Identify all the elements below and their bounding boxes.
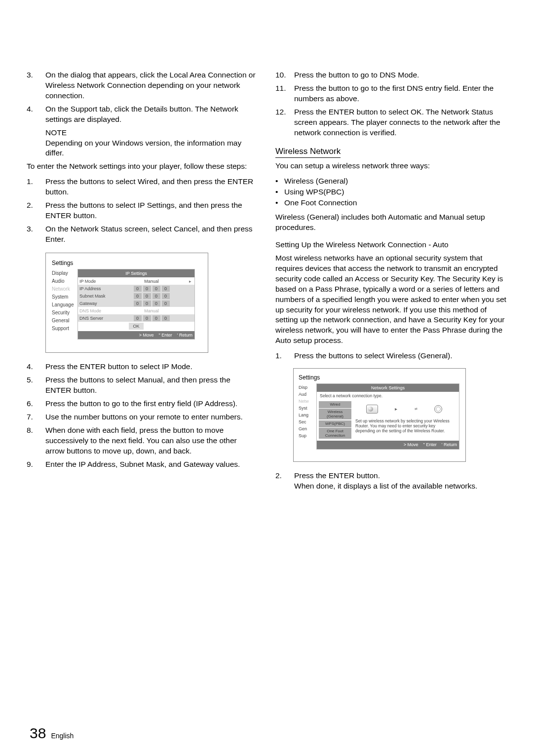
step-text: Press the ENTER button. When done, it di… (294, 471, 506, 491)
sidebar-item: Network (52, 286, 77, 292)
option-wireless[interactable]: Wireless (General) (319, 409, 351, 419)
wifi-icon (434, 405, 442, 413)
left-column: 3.On the dialog that appears, click the … (27, 69, 258, 494)
step-text: Use the number buttons on your remote to… (45, 412, 258, 422)
wireless-intro: You can setup a wireless network three w… (275, 161, 506, 171)
router-icon (366, 405, 378, 414)
option-wired[interactable]: Wired (319, 401, 351, 408)
step-text: Press the button to go to DNS Mode. (294, 70, 506, 80)
step-text: On the Support tab, click the Details bu… (45, 104, 258, 125)
list-number: 3. (27, 224, 45, 245)
intro-text: To enter the Network settings into your … (27, 161, 258, 172)
paragraph: Most wireless networks have an optional … (275, 253, 506, 346)
sidebar-item: Aud (299, 391, 316, 397)
panel-footer: > Move " Enter ' Return (78, 331, 194, 339)
step-text: On the dialog that appears, click the Lo… (45, 70, 258, 101)
note-text: Depending on your Windows version, the i… (45, 138, 258, 159)
list-number: 5. (27, 375, 45, 396)
step-text: Press the ENTER button to select OK. The… (294, 107, 506, 138)
row-label: IP Address (79, 286, 114, 292)
section-heading: Wireless Network (275, 146, 341, 158)
sidebar-item: Netw (299, 398, 316, 404)
step-text: Press the buttons to select Wired, and t… (45, 177, 258, 197)
move-label: ⇄ (415, 407, 418, 411)
panel-header: IP Settings (78, 269, 194, 277)
ip-segments: 0 0 0 0 (114, 301, 189, 306)
chevron-right-icon: ▸ (189, 278, 193, 284)
step-text: Press the buttons to select IP Settings,… (45, 200, 258, 221)
ip-segments: 0 0 0 0 (114, 293, 189, 299)
bullet-item: One Foot Connection (284, 198, 357, 208)
list-number: 1. (275, 351, 294, 361)
list-number: 8. (27, 425, 45, 456)
bullet-item: Wireless (General) (284, 176, 348, 187)
ok-button[interactable]: OK (129, 323, 143, 330)
row-label: Gateway (79, 301, 114, 306)
page-footer: 38 English (30, 723, 74, 744)
option-wps[interactable]: WPS(PBC) (319, 420, 351, 427)
ip-segments: 0 0 0 0 (114, 286, 189, 292)
sidebar-item: Language (52, 302, 77, 308)
sidebar-item: Support (52, 325, 77, 332)
step-text: Press the buttons to select Manual, and … (45, 375, 258, 396)
sidebar-item: Syst (299, 405, 316, 411)
settings-sidebar: Disp Aud Netw Syst Lang Sec Gen Sup (299, 383, 316, 449)
network-settings-panel: Settings Disp Aud Netw Syst Lang Sec Gen… (293, 368, 466, 461)
list-number: 9. (27, 459, 45, 470)
list-number: 2. (27, 200, 45, 221)
step-text: When done with each field, press the but… (45, 425, 258, 456)
page-language: English (51, 731, 74, 741)
sidebar-item: Security (52, 309, 77, 316)
panel-title: Settings (299, 374, 459, 381)
sidebar-item: System (52, 294, 77, 300)
step-text: Press the buttons to select Wireless (Ge… (294, 351, 506, 361)
ip-segments: 0 0 0 0 (114, 315, 189, 321)
note-label: NOTE (45, 128, 258, 138)
settings-sidebar: Display Audio Network System Language Se… (52, 269, 77, 340)
row-label: DNS Mode (79, 308, 114, 314)
connection-options: Wired Wireless (General) WPS(PBC) One Fo… (319, 401, 351, 439)
step-text: On the Network Status screen, select Can… (45, 224, 258, 245)
list-number: 11. (275, 83, 294, 104)
sidebar-item: Gen (299, 426, 316, 432)
ip-settings-panel: Settings Display Audio Network System La… (45, 253, 208, 353)
wireless-note: Wireless (General) includes both Automat… (275, 212, 506, 233)
panel-footer: > Move " Enter ' Return (317, 441, 459, 449)
sidebar-item: Lang (299, 412, 316, 418)
ip-settings-table: IP Settings IP Mode Manual ▸ IP Address … (77, 269, 195, 340)
sidebar-item: Sec (299, 419, 316, 425)
step-text: Press the button to go to the first entr… (45, 399, 258, 409)
sidebar-item: Audio (52, 278, 77, 284)
panel-title: Settings (52, 259, 195, 267)
subheading: Setting Up the Wireless Network Connecti… (275, 240, 506, 250)
sidebar-item: General (52, 317, 77, 324)
list-number: 2. (275, 471, 294, 491)
right-column: 10.Press the button to go to DNS Mode. 1… (275, 69, 506, 494)
list-number: 10. (275, 70, 294, 80)
arrow-icon: ▸ (395, 406, 397, 413)
list-number: 12. (275, 107, 294, 138)
network-settings-content: Network Settings Select a network connec… (316, 383, 459, 449)
row-label: DNS Server (79, 315, 114, 321)
step-text: Enter the IP Address, Subnet Mask, and G… (45, 459, 258, 470)
row-label: Subnet Mask (79, 293, 114, 299)
step-text: Press the ENTER button to select IP Mode… (45, 362, 258, 372)
option-description: Set up wireless network by selecting you… (354, 417, 457, 433)
page-number: 38 (30, 723, 46, 744)
sidebar-item: Display (52, 270, 77, 276)
bullet-item: Using WPS(PBC) (284, 187, 344, 197)
list-number: 4. (27, 104, 45, 125)
sidebar-item: Disp (299, 384, 316, 390)
row-label: IP Mode (79, 278, 114, 284)
row-value: Manual (114, 308, 189, 314)
panel-hint: Select a network connection type. (317, 392, 459, 401)
bullet-list: •Wireless (General) •Using WPS(PBC) •One… (275, 176, 506, 208)
sidebar-item: Sup (299, 433, 316, 439)
row-value: Manual (114, 278, 189, 284)
option-onefoot[interactable]: One Foot Connection (319, 428, 351, 439)
step-text: Press the button to go to the first DNS … (294, 83, 506, 104)
network-icons: ▸ ⇄ (354, 401, 457, 417)
list-number: 4. (27, 362, 45, 372)
list-number: 7. (27, 412, 45, 422)
list-number: 1. (27, 177, 45, 197)
